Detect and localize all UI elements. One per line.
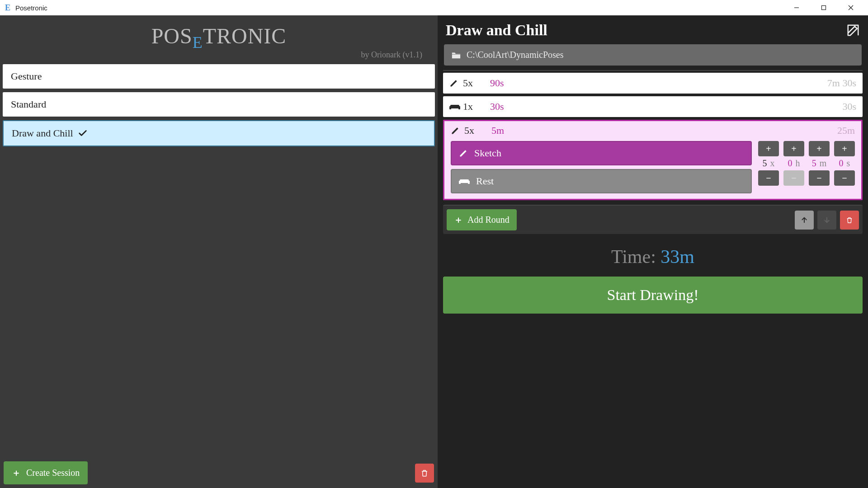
seconds-plus-button[interactable]: + [834,141,855,156]
seconds-value: 0 s [839,158,850,169]
byline: by Orionark (v1.1) [0,48,438,64]
count-value: 5 x [763,158,775,169]
count-minus-button[interactable]: − [758,170,779,186]
total-time: Time: 33m [438,246,868,267]
session-list: Gesture Standard Draw and Chill [0,64,438,150]
hours-minus-button[interactable]: − [783,170,804,186]
start-label: Start Drawing! [607,286,698,303]
round-total: 25m [837,125,855,136]
window-title: Posetronic [15,4,47,12]
pencil-icon [459,149,468,158]
mode-label: Sketch [474,147,501,159]
logo-e: E [193,33,203,52]
trash-icon [846,216,853,224]
minutes-minus-button[interactable]: − [809,170,830,186]
hours-stepper: + 0 h − [783,141,804,193]
round-row[interactable]: 1x 30s 30s [443,96,863,117]
svg-rect-5 [449,106,451,109]
move-up-button[interactable] [795,211,814,230]
logo-part1: POS [151,24,193,48]
hours-value: 0 h [788,158,800,169]
round-count: 5x [463,77,490,89]
session-item-draw-and-chill[interactable]: Draw and Chill [3,120,435,146]
app-logo: POSETRONIC [0,23,438,48]
plus-icon: ＋ [454,214,463,226]
plus-icon: ＋ [12,467,21,479]
pencil-icon [451,126,464,135]
svg-rect-9 [468,181,470,184]
session-label: Gesture [11,70,42,82]
count-plus-button[interactable]: + [758,141,779,156]
check-icon [78,128,88,138]
minutes-stepper: + 5 m − [809,141,830,193]
round-total: 30s [842,101,856,113]
close-button[interactable] [837,0,864,15]
session-label: Standard [11,99,46,110]
svg-rect-4 [450,105,459,108]
rounds-list: 5x 90s 7m 30s 1x 30s 30s 5x [443,70,863,203]
right-panel: Draw and Chill C:\CoolArt\DynamicPoses 5… [438,15,868,488]
folder-path: C:\CoolArt\DynamicPoses [467,50,563,60]
session-item-gesture[interactable]: Gesture [3,64,435,89]
delete-round-button[interactable] [840,211,859,230]
minimize-button[interactable] [783,0,810,15]
delete-session-button[interactable] [415,464,434,483]
logo-part2: TRONIC [203,24,287,48]
total-time-label: Time: [611,246,660,267]
total-time-value: 33m [660,246,694,267]
round-duration: 30s [490,101,504,113]
count-stepper: + 5 x − [758,141,779,193]
seconds-stepper: + 0 s − [834,141,855,193]
mode-sketch-button[interactable]: Sketch [451,141,752,165]
round-duration: 5m [491,125,504,136]
add-round-button[interactable]: ＋ Add Round [447,209,517,230]
couch-icon [459,177,470,185]
titlebar: E Posetronic [0,0,868,15]
svg-rect-6 [458,106,460,109]
svg-rect-7 [460,179,469,183]
minutes-value: 5 m [812,158,827,169]
round-total: 7m 30s [827,77,856,89]
session-title: Draw and Chill [446,22,547,39]
minutes-plus-button[interactable]: + [809,141,830,156]
round-action-bar: ＋ Add Round [443,205,863,234]
round-count: 1x [463,101,490,113]
create-session-label: Create Session [26,468,80,478]
couch-icon [449,102,463,111]
create-session-button[interactable]: ＋ Create Session [4,461,88,484]
left-panel: POSETRONIC by Orionark (v1.1) Gesture St… [0,15,438,488]
pencil-icon [449,79,463,88]
folder-icon [451,51,461,60]
session-item-standard[interactable]: Standard [3,92,435,117]
svg-rect-1 [822,6,826,10]
seconds-minus-button[interactable]: − [834,170,855,186]
arrow-up-icon [801,216,808,224]
round-duration: 90s [490,77,504,89]
start-drawing-button[interactable]: Start Drawing! [443,277,863,314]
add-round-label: Add Round [467,215,509,225]
round-row[interactable]: 5x 90s 7m 30s [443,73,863,94]
round-count: 5x [464,125,491,136]
round-row-selected[interactable]: 5x 5m 25m Sketch Rest [443,120,863,200]
session-label: Draw and Chill [12,127,73,139]
move-down-button[interactable] [817,211,836,230]
maximize-button[interactable] [810,0,837,15]
folder-selector[interactable]: C:\CoolArt\DynamicPoses [444,44,862,66]
hours-plus-button[interactable]: + [783,141,804,156]
app-icon: E [4,4,12,12]
svg-rect-8 [459,181,461,184]
mode-rest-button[interactable]: Rest [451,169,752,193]
edit-title-button[interactable] [846,23,860,37]
left-bottom-bar: ＋ Create Session [0,458,438,488]
mode-label: Rest [476,175,494,187]
trash-icon [420,469,429,478]
arrow-down-icon [823,216,830,224]
